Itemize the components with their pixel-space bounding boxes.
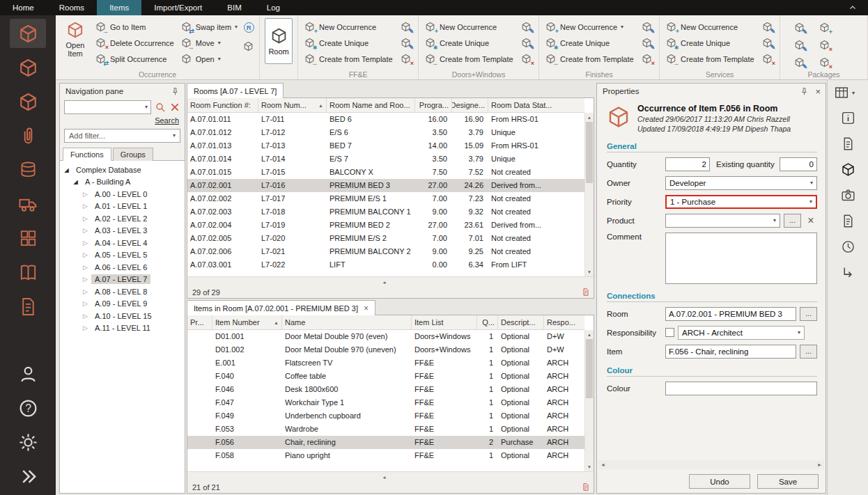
col-priority[interactable]: Pr... — [187, 315, 212, 329]
tree-item-root[interactable]: ◢ Complex Database — [63, 164, 185, 176]
items-in-room-tab[interactable]: Items in Room [A.07.02.001 - PREMIUM BED… — [187, 300, 375, 315]
room-row[interactable]: A.07.01.012 L7-012 E/S 6 3.50 3.79 Uniqu… — [187, 126, 584, 139]
help-icon[interactable] — [10, 393, 46, 423]
create-unique-button[interactable]: ∗ Create Unique ✎ — [423, 35, 534, 51]
browse-item-button[interactable]: ... — [800, 345, 817, 359]
tree-item-level[interactable]: ▷ A.06 - LEVEL 6 — [63, 261, 185, 274]
scroll-down-icon[interactable]: ▼ — [585, 267, 594, 276]
create-unique-options-icon[interactable]: ✎ — [521, 38, 532, 49]
scroll-up-icon[interactable]: ▲ — [585, 330, 594, 339]
create-from-template-button[interactable]: → Create from Template × — [543, 52, 655, 68]
tree-collapsed-icon[interactable]: ▷ — [82, 227, 89, 234]
item-row[interactable]: F.046 Desk 1800x600 FF&E 1 Optional ARCH — [187, 383, 584, 396]
new-occurrence-options-icon[interactable]: ✎ — [401, 22, 412, 33]
tree-collapsed-icon[interactable]: ▷ — [82, 288, 89, 295]
pin-icon[interactable] — [171, 87, 180, 96]
owner-select[interactable]: Developer ▾ — [665, 176, 817, 190]
create-unique-options-icon[interactable]: ✎ — [762, 38, 773, 49]
tree-item-level[interactable]: ▷ A.11 - LEVEL 11 — [63, 322, 185, 335]
create-unique-button[interactable]: ∗ Create Unique ✎ — [664, 35, 775, 51]
rooms-module-icon[interactable] — [10, 53, 46, 82]
tree-item-level[interactable]: ▷ A.08 - LEVEL 8 — [63, 285, 185, 298]
buildings-module-icon[interactable] — [10, 223, 46, 253]
views-dropdown-icon[interactable]: ▾ — [852, 90, 855, 96]
col-programmed[interactable]: Progra... — [415, 98, 452, 112]
save-button[interactable]: Save — [757, 474, 819, 489]
product-select[interactable]: ▾ — [665, 214, 780, 228]
info-icon[interactable] — [839, 109, 857, 127]
rooms-tab[interactable]: Rooms [A.07 - LEVEL 7] — [187, 83, 284, 98]
col-responsibility[interactable]: Respo... — [544, 315, 584, 329]
tree-collapsed-icon[interactable]: ▷ — [82, 215, 89, 222]
responsibility-checkbox[interactable] — [665, 328, 674, 337]
item-row[interactable]: D01.001 Door Metal Double 970 (even) Doo… — [187, 330, 584, 343]
tree-item-level[interactable]: ▷ A.10 - LEVEL 15 — [63, 310, 185, 322]
new-occurrence-options-icon[interactable]: ✎ — [762, 22, 773, 33]
package-action-icon[interactable]: ✎ — [794, 57, 805, 68]
col-quantity[interactable]: Q... — [477, 315, 498, 329]
item-row[interactable]: F.049 Underbench cupboard FF&E 1 Optiona… — [187, 409, 584, 423]
room-row[interactable]: A.07.02.004 L7-019 PREMIUM BED 2 27.00 2… — [187, 219, 584, 232]
col-description[interactable]: Descript... — [498, 315, 544, 329]
expand-sidebar-icon[interactable] — [10, 462, 46, 491]
reports-module-icon[interactable] — [10, 258, 46, 287]
tree-collapsed-icon[interactable]: ▷ — [82, 191, 89, 198]
create-unique-options-icon[interactable]: ✎ — [401, 38, 412, 49]
room-row[interactable]: A.07.02.006 L7-021 PREMIUM BALCONY 2 9.0… — [187, 245, 584, 258]
col-item-name[interactable]: Name — [282, 315, 412, 329]
open-dropdown[interactable]: Open ▾ — [179, 52, 240, 68]
create-from-template-button[interactable]: → Create from Template × — [664, 52, 775, 68]
report-icon[interactable] — [582, 482, 590, 492]
tree-item-level[interactable]: ▷ A.04 - LEVEL 4 — [63, 237, 185, 249]
item-row[interactable]: F.047 Workchair Type 1 FF&E 1 Optional A… — [187, 396, 584, 409]
box-icon[interactable] — [243, 41, 254, 52]
tree-item-level[interactable]: ▷ A.01 - LEVEL 1 — [63, 201, 185, 213]
quantity-input[interactable] — [665, 157, 710, 171]
room-row[interactable]: A.07.01.013 L7-013 BED 7 14.00 15.09 Fro… — [187, 139, 584, 152]
views-table-icon[interactable] — [834, 85, 849, 100]
room-row[interactable]: A.07.01.015 L7-015 BALCONY X 7.50 7.52 N… — [187, 166, 584, 179]
create-from-template-button[interactable]: → Create from Template × — [423, 52, 534, 68]
page-icon[interactable] — [839, 212, 857, 230]
pin-icon[interactable] — [800, 87, 809, 96]
new-occurrence-button[interactable]: + New Occurrence ▾ ✎ — [664, 19, 775, 35]
collapse-ribbon-icon[interactable] — [837, 0, 868, 15]
col-item-number[interactable]: Item Number▲ — [212, 315, 282, 329]
room-row[interactable]: A.07.02.005 L7-020 PREMIUM E/S 2 7.00 7.… — [187, 232, 584, 245]
create-unique-button[interactable]: ∗ Create Unique ✎ — [302, 35, 414, 51]
browse-room-button[interactable]: ... — [800, 307, 817, 321]
tree-item-level[interactable]: ▷ A.03 - LEVEL 3 — [63, 225, 185, 237]
scroll-down-icon[interactable]: ▼ — [585, 462, 594, 471]
menu-tab[interactable]: BIM — [215, 0, 254, 15]
col-room-number[interactable]: Room Num...▲ — [258, 98, 327, 112]
package-action-icon[interactable]: × — [819, 40, 830, 51]
menu-tab[interactable]: Rooms — [47, 0, 97, 15]
item-row[interactable]: F.040 Coffee table FF&E 1 Optional ARCH — [187, 370, 584, 383]
documents-module-icon[interactable] — [10, 292, 46, 321]
new-occurrence-options-icon[interactable]: ✎ — [642, 22, 653, 33]
move-dropdown[interactable]: → Move ▾ — [179, 35, 240, 51]
report-icon[interactable] — [582, 288, 590, 297]
item-input[interactable] — [665, 345, 796, 359]
tree-collapsed-icon[interactable]: ▷ — [82, 239, 89, 246]
camera-icon[interactable] — [839, 186, 857, 204]
history-clock-icon[interactable] — [839, 237, 857, 256]
document-icon[interactable] — [839, 134, 857, 152]
r-badge-icon[interactable]: R — [244, 22, 254, 33]
existing-quantity-input[interactable] — [780, 157, 817, 171]
undo-button[interactable]: Undo — [689, 474, 750, 489]
col-designed[interactable]: Designe... — [452, 98, 488, 112]
search-icon[interactable] — [155, 102, 166, 113]
colour-input[interactable] — [665, 382, 817, 395]
logistics-module-icon[interactable] — [10, 189, 46, 219]
clear-product-icon[interactable]: × — [805, 215, 817, 226]
scroll-up-icon[interactable]: ▲ — [585, 113, 594, 122]
add-filter-dropdown[interactable]: Add filter... ▾ — [64, 129, 180, 143]
vertical-scrollbar[interactable]: ▲ ▼ — [584, 330, 594, 471]
room-row[interactable]: A.07.02.003 L7-018 PREMIUM BALCONY 1 9.0… — [187, 205, 584, 219]
responsibility-select[interactable]: ARCH - Architect ▾ — [678, 326, 805, 340]
vertical-scrollbar[interactable]: ▲ ▼ — [584, 113, 594, 276]
tree-collapsed-icon[interactable]: ▷ — [82, 251, 89, 258]
col-item-list[interactable]: Item List — [412, 315, 477, 329]
comment-textarea[interactable] — [665, 233, 817, 284]
